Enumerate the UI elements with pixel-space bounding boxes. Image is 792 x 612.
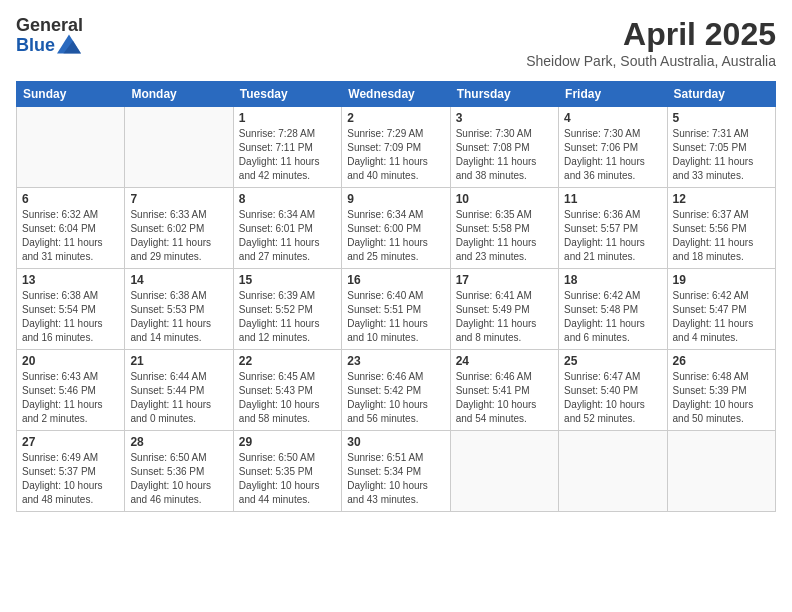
calendar-day-cell: 2Sunrise: 7:29 AMSunset: 7:09 PMDaylight… (342, 107, 450, 188)
calendar-day-cell: 28Sunrise: 6:50 AMSunset: 5:36 PMDayligh… (125, 431, 233, 512)
calendar-day-cell: 15Sunrise: 6:39 AMSunset: 5:52 PMDayligh… (233, 269, 341, 350)
day-info: Sunrise: 6:47 AMSunset: 5:40 PMDaylight:… (564, 370, 661, 426)
calendar-day-cell: 23Sunrise: 6:46 AMSunset: 5:42 PMDayligh… (342, 350, 450, 431)
page-header: General Blue April 2025 Sheidow Park, So… (16, 16, 776, 69)
day-number: 1 (239, 111, 336, 125)
day-info: Sunrise: 6:46 AMSunset: 5:42 PMDaylight:… (347, 370, 444, 426)
day-info: Sunrise: 6:35 AMSunset: 5:58 PMDaylight:… (456, 208, 553, 264)
logo-icon (57, 34, 81, 54)
calendar-day-cell (667, 431, 775, 512)
calendar-day-cell (17, 107, 125, 188)
logo-blue-text: Blue (16, 36, 55, 56)
calendar-day-cell: 17Sunrise: 6:41 AMSunset: 5:49 PMDayligh… (450, 269, 558, 350)
day-number: 21 (130, 354, 227, 368)
calendar-day-cell: 25Sunrise: 6:47 AMSunset: 5:40 PMDayligh… (559, 350, 667, 431)
calendar-day-cell: 5Sunrise: 7:31 AMSunset: 7:05 PMDaylight… (667, 107, 775, 188)
calendar-day-cell: 24Sunrise: 6:46 AMSunset: 5:41 PMDayligh… (450, 350, 558, 431)
day-number: 26 (673, 354, 770, 368)
day-number: 6 (22, 192, 119, 206)
calendar-day-cell: 20Sunrise: 6:43 AMSunset: 5:46 PMDayligh… (17, 350, 125, 431)
day-number: 18 (564, 273, 661, 287)
calendar-day-cell: 22Sunrise: 6:45 AMSunset: 5:43 PMDayligh… (233, 350, 341, 431)
calendar-day-cell: 8Sunrise: 6:34 AMSunset: 6:01 PMDaylight… (233, 188, 341, 269)
day-info: Sunrise: 6:38 AMSunset: 5:54 PMDaylight:… (22, 289, 119, 345)
calendar-day-cell: 7Sunrise: 6:33 AMSunset: 6:02 PMDaylight… (125, 188, 233, 269)
calendar-week-row: 13Sunrise: 6:38 AMSunset: 5:54 PMDayligh… (17, 269, 776, 350)
day-number: 13 (22, 273, 119, 287)
calendar-day-cell: 13Sunrise: 6:38 AMSunset: 5:54 PMDayligh… (17, 269, 125, 350)
calendar-day-cell: 12Sunrise: 6:37 AMSunset: 5:56 PMDayligh… (667, 188, 775, 269)
day-info: Sunrise: 7:28 AMSunset: 7:11 PMDaylight:… (239, 127, 336, 183)
day-number: 16 (347, 273, 444, 287)
calendar-day-cell: 10Sunrise: 6:35 AMSunset: 5:58 PMDayligh… (450, 188, 558, 269)
day-info: Sunrise: 6:33 AMSunset: 6:02 PMDaylight:… (130, 208, 227, 264)
title-area: April 2025 Sheidow Park, South Australia… (526, 16, 776, 69)
day-number: 22 (239, 354, 336, 368)
day-number: 28 (130, 435, 227, 449)
day-number: 20 (22, 354, 119, 368)
logo: General Blue (16, 16, 83, 56)
day-info: Sunrise: 6:34 AMSunset: 6:00 PMDaylight:… (347, 208, 444, 264)
calendar-day-cell: 16Sunrise: 6:40 AMSunset: 5:51 PMDayligh… (342, 269, 450, 350)
day-number: 30 (347, 435, 444, 449)
day-info: Sunrise: 6:46 AMSunset: 5:41 PMDaylight:… (456, 370, 553, 426)
day-number: 3 (456, 111, 553, 125)
day-info: Sunrise: 7:29 AMSunset: 7:09 PMDaylight:… (347, 127, 444, 183)
day-info: Sunrise: 6:45 AMSunset: 5:43 PMDaylight:… (239, 370, 336, 426)
day-number: 14 (130, 273, 227, 287)
day-number: 15 (239, 273, 336, 287)
calendar-week-row: 20Sunrise: 6:43 AMSunset: 5:46 PMDayligh… (17, 350, 776, 431)
calendar-day-cell: 18Sunrise: 6:42 AMSunset: 5:48 PMDayligh… (559, 269, 667, 350)
day-number: 25 (564, 354, 661, 368)
day-number: 29 (239, 435, 336, 449)
day-info: Sunrise: 6:40 AMSunset: 5:51 PMDaylight:… (347, 289, 444, 345)
day-info: Sunrise: 6:38 AMSunset: 5:53 PMDaylight:… (130, 289, 227, 345)
day-info: Sunrise: 6:42 AMSunset: 5:47 PMDaylight:… (673, 289, 770, 345)
calendar-header-row: SundayMondayTuesdayWednesdayThursdayFrid… (17, 82, 776, 107)
calendar-day-cell: 29Sunrise: 6:50 AMSunset: 5:35 PMDayligh… (233, 431, 341, 512)
calendar-week-row: 27Sunrise: 6:49 AMSunset: 5:37 PMDayligh… (17, 431, 776, 512)
calendar-day-cell (559, 431, 667, 512)
calendar-week-row: 1Sunrise: 7:28 AMSunset: 7:11 PMDaylight… (17, 107, 776, 188)
day-number: 19 (673, 273, 770, 287)
calendar-day-cell: 26Sunrise: 6:48 AMSunset: 5:39 PMDayligh… (667, 350, 775, 431)
day-number: 4 (564, 111, 661, 125)
day-info: Sunrise: 6:42 AMSunset: 5:48 PMDaylight:… (564, 289, 661, 345)
weekday-header: Tuesday (233, 82, 341, 107)
day-number: 23 (347, 354, 444, 368)
day-info: Sunrise: 6:50 AMSunset: 5:36 PMDaylight:… (130, 451, 227, 507)
day-number: 27 (22, 435, 119, 449)
day-number: 11 (564, 192, 661, 206)
calendar-week-row: 6Sunrise: 6:32 AMSunset: 6:04 PMDaylight… (17, 188, 776, 269)
day-info: Sunrise: 6:41 AMSunset: 5:49 PMDaylight:… (456, 289, 553, 345)
day-info: Sunrise: 6:44 AMSunset: 5:44 PMDaylight:… (130, 370, 227, 426)
weekday-header: Monday (125, 82, 233, 107)
day-info: Sunrise: 6:48 AMSunset: 5:39 PMDaylight:… (673, 370, 770, 426)
location-title: Sheidow Park, South Australia, Australia (526, 53, 776, 69)
day-info: Sunrise: 7:30 AMSunset: 7:08 PMDaylight:… (456, 127, 553, 183)
month-title: April 2025 (526, 16, 776, 53)
day-info: Sunrise: 6:36 AMSunset: 5:57 PMDaylight:… (564, 208, 661, 264)
day-number: 24 (456, 354, 553, 368)
day-info: Sunrise: 6:34 AMSunset: 6:01 PMDaylight:… (239, 208, 336, 264)
calendar-day-cell: 9Sunrise: 6:34 AMSunset: 6:00 PMDaylight… (342, 188, 450, 269)
weekday-header: Wednesday (342, 82, 450, 107)
day-info: Sunrise: 6:32 AMSunset: 6:04 PMDaylight:… (22, 208, 119, 264)
calendar-day-cell: 19Sunrise: 6:42 AMSunset: 5:47 PMDayligh… (667, 269, 775, 350)
calendar-day-cell: 14Sunrise: 6:38 AMSunset: 5:53 PMDayligh… (125, 269, 233, 350)
day-info: Sunrise: 6:51 AMSunset: 5:34 PMDaylight:… (347, 451, 444, 507)
day-info: Sunrise: 7:31 AMSunset: 7:05 PMDaylight:… (673, 127, 770, 183)
weekday-header: Saturday (667, 82, 775, 107)
day-number: 12 (673, 192, 770, 206)
day-info: Sunrise: 6:39 AMSunset: 5:52 PMDaylight:… (239, 289, 336, 345)
day-number: 8 (239, 192, 336, 206)
calendar-day-cell: 30Sunrise: 6:51 AMSunset: 5:34 PMDayligh… (342, 431, 450, 512)
day-info: Sunrise: 6:50 AMSunset: 5:35 PMDaylight:… (239, 451, 336, 507)
day-info: Sunrise: 6:37 AMSunset: 5:56 PMDaylight:… (673, 208, 770, 264)
day-info: Sunrise: 6:43 AMSunset: 5:46 PMDaylight:… (22, 370, 119, 426)
calendar-day-cell: 4Sunrise: 7:30 AMSunset: 7:06 PMDaylight… (559, 107, 667, 188)
weekday-header: Sunday (17, 82, 125, 107)
calendar-table: SundayMondayTuesdayWednesdayThursdayFrid… (16, 81, 776, 512)
day-number: 10 (456, 192, 553, 206)
day-info: Sunrise: 7:30 AMSunset: 7:06 PMDaylight:… (564, 127, 661, 183)
